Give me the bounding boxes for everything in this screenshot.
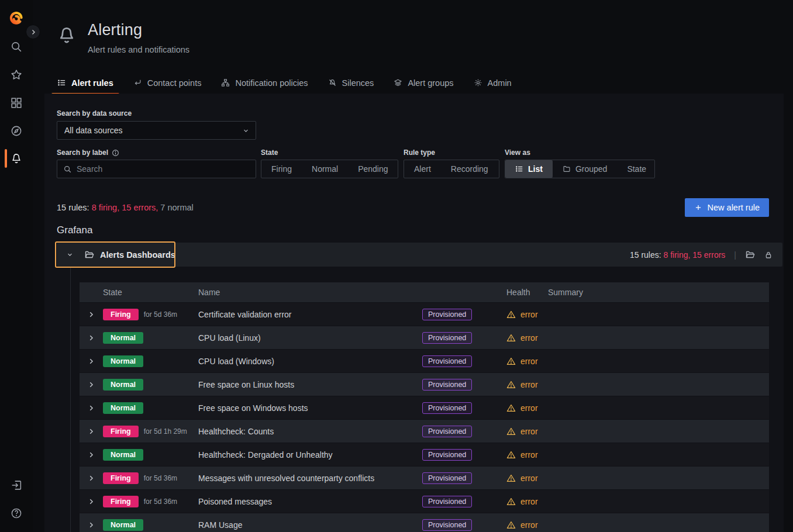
provisioned-badge: Provisioned <box>422 449 472 461</box>
plus-icon <box>694 203 702 212</box>
tab-label: Silences <box>342 78 374 88</box>
rule-type-option-alert[interactable]: Alert <box>404 160 441 178</box>
lock-icon <box>764 250 773 260</box>
help-icon[interactable] <box>0 504 33 523</box>
expand-row-icon[interactable] <box>87 310 95 319</box>
warning-triangle-icon <box>506 310 516 319</box>
group-header[interactable]: Alerts Dashboards 15 rules: 8 firing, 15… <box>57 243 782 267</box>
warning-triangle-icon <box>506 427 516 436</box>
expand-row-icon[interactable] <box>87 451 95 459</box>
folder-icon[interactable] <box>745 250 755 260</box>
datasource-select[interactable]: All data sources <box>57 121 256 140</box>
view-as-option-state[interactable]: State <box>617 160 656 178</box>
list-icon <box>515 165 523 173</box>
sidebar-expand-button[interactable] <box>26 25 40 39</box>
table-row[interactable]: Normal Free space on Linux hosts Provisi… <box>80 372 769 396</box>
health-text: error <box>520 310 538 319</box>
label-search-input[interactable] <box>77 164 250 174</box>
folder-icon <box>563 165 571 173</box>
info-icon <box>112 149 119 157</box>
firing-duration: for 5d 36m <box>144 498 177 506</box>
table-row[interactable]: Firing for 5d 36m Certificate validation… <box>80 302 769 326</box>
rule-name: Messages with unresolved counterparty co… <box>198 474 374 483</box>
state-option-pending[interactable]: Pending <box>348 160 398 178</box>
view-as-option-grouped[interactable]: Grouped <box>553 160 617 178</box>
grafana-logo-icon[interactable] <box>0 9 33 28</box>
state-badge: Firing <box>103 309 139 320</box>
state-badge: Normal <box>103 519 143 531</box>
tab-label: Notification policies <box>235 78 308 88</box>
health-text: error <box>520 450 538 460</box>
warning-triangle-icon <box>506 520 516 530</box>
layers-icon <box>394 78 402 87</box>
page-header: Alerting Alert rules and notifications <box>56 21 189 54</box>
expand-row-icon[interactable] <box>87 427 95 436</box>
warning-triangle-icon <box>506 357 516 366</box>
table-row[interactable]: Firing for 5d 36m Poisoned messages Prov… <box>80 489 769 513</box>
table-row[interactable]: Firing for 5d 36m Messages with unresolv… <box>80 466 769 489</box>
state-badge: Firing <box>103 426 139 437</box>
provisioned-badge: Provisioned <box>422 355 472 367</box>
rule-name: Certificate validation error <box>198 310 292 319</box>
state-option-firing[interactable]: Firing <box>261 160 302 178</box>
rule-name: Poisoned messages <box>198 497 272 506</box>
state-badge: Normal <box>103 355 143 367</box>
tab-label: Alert groups <box>408 78 453 88</box>
provisioned-badge: Provisioned <box>422 402 472 414</box>
starred-icon[interactable] <box>0 65 33 84</box>
namespace-title: Grafana <box>57 224 92 236</box>
group-title: Alerts Dashboards <box>100 250 175 260</box>
firing-duration: for 5d 36m <box>144 474 177 482</box>
table-row[interactable]: Normal Free space on Windows hosts Provi… <box>80 396 769 419</box>
tab-silences[interactable]: Silences <box>322 77 380 94</box>
expand-row-icon[interactable] <box>87 498 95 506</box>
dashboards-icon[interactable] <box>0 94 33 112</box>
tab-contact-points[interactable]: Contact points <box>127 77 208 94</box>
tree-guide-line <box>70 267 71 532</box>
alerting-icon[interactable] <box>0 149 33 168</box>
health-text: error <box>520 357 538 366</box>
errors-count: 15 errors, <box>122 203 158 212</box>
provisioned-badge: Provisioned <box>422 519 472 531</box>
folder-open-icon <box>84 250 94 260</box>
state-filter-label: State <box>261 148 278 157</box>
rules-table-body: Firing for 5d 36m Certificate validation… <box>80 302 769 532</box>
explore-icon[interactable] <box>0 122 33 140</box>
state-option-normal[interactable]: Normal <box>302 160 348 178</box>
expand-row-icon[interactable] <box>87 334 95 342</box>
table-row[interactable]: Normal Healthcheck: Dergaded or Unhealth… <box>80 443 769 466</box>
rule-name: Free space on Linux hosts <box>198 380 294 389</box>
header-summary: Summary <box>548 288 769 297</box>
table-row[interactable]: Normal CPU load (Linux) Provisioned erro… <box>80 326 769 349</box>
table-row[interactable]: Firing for 5d 1h 29m Healthcheck: Counts… <box>80 419 769 443</box>
health-text: error <box>520 474 538 483</box>
search-icon[interactable] <box>0 37 33 56</box>
table-row[interactable]: Normal CPU load (Windows) Provisioned er… <box>80 349 769 372</box>
expand-row-icon[interactable] <box>87 404 95 412</box>
rule-name: CPU load (Linux) <box>198 333 261 343</box>
new-alert-rule-button[interactable]: New alert rule <box>685 198 769 217</box>
expand-row-icon[interactable] <box>87 474 95 482</box>
tab-bar: Alert rules Contact points Notification … <box>51 77 526 94</box>
provisioned-badge: Provisioned <box>422 332 472 344</box>
tab-alert-groups[interactable]: Alert groups <box>388 77 459 94</box>
sign-in-icon[interactable] <box>0 476 33 495</box>
health-text: error <box>520 380 538 389</box>
tab-notification-policies[interactable]: Notification policies <box>215 77 313 94</box>
stats-row: 15 rules: 8 firing, 15 errors, 7 normal … <box>57 198 769 217</box>
tab-alert-rules[interactable]: Alert rules <box>51 77 119 94</box>
datasource-selected-value: All data sources <box>64 126 123 135</box>
corner-arrow-icon <box>133 78 142 87</box>
rule-name: Free space on Windows hosts <box>198 403 308 413</box>
rule-type-option-recording[interactable]: Recording <box>441 160 498 178</box>
warning-triangle-icon <box>506 497 516 506</box>
expand-row-icon[interactable] <box>87 381 95 389</box>
table-row[interactable]: Normal RAM Usage Provisioned error <box>80 513 769 532</box>
tab-admin[interactable]: Admin <box>468 77 518 94</box>
expand-row-icon[interactable] <box>87 521 95 529</box>
expand-row-icon[interactable] <box>87 357 95 365</box>
health-text: error <box>520 520 538 530</box>
sitemap-icon <box>221 78 230 87</box>
view-as-option-list[interactable]: List <box>505 160 553 178</box>
collapse-chevron-icon[interactable] <box>66 251 74 258</box>
